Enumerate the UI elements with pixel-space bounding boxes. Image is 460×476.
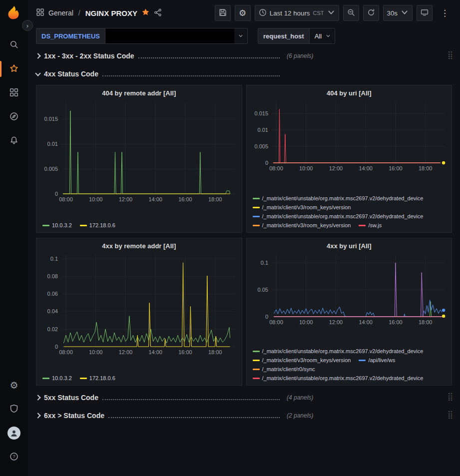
breadcrumb-folder[interactable]: General <box>48 9 73 17</box>
panel-legend: /_matrix/client/unstable/org.matrix.msc2… <box>249 193 450 230</box>
sidebar-item-server-admin[interactable] <box>0 397 28 421</box>
legend-item[interactable]: /sw.js <box>359 221 382 230</box>
sidebar-item-configuration[interactable]: ⚙ <box>0 373 28 397</box>
apps-grid-icon[interactable] <box>36 8 44 18</box>
legend-item[interactable]: 172.18.0.6 <box>80 374 115 383</box>
save-dashboard-button[interactable] <box>215 5 231 21</box>
refresh-interval-dropdown[interactable]: 30s <box>383 5 413 21</box>
svg-text:0.04: 0.04 <box>47 308 58 314</box>
sidebar-item-alerting[interactable] <box>0 129 28 153</box>
legend-label: /sw.js <box>368 221 382 230</box>
legend-item[interactable]: /_matrix/client/unstable/org.matrix.msc2… <box>253 374 424 383</box>
legend-item[interactable]: /_matrix/client/unstable/org.matrix.msc2… <box>253 194 424 203</box>
panel-title[interactable]: 404 by remote addr [All] <box>38 86 240 98</box>
chevron-right-icon <box>35 395 40 400</box>
dashboard-title[interactable]: NGINX PROXY <box>85 9 137 17</box>
compass-icon <box>9 112 18 122</box>
svg-text:12:00: 12:00 <box>329 165 343 171</box>
sidebar-item-search[interactable] <box>0 33 28 57</box>
sidebar-item-explore[interactable] <box>0 105 28 129</box>
star-icon <box>9 64 18 74</box>
panel-4xx-by-uri: 4xx by uri [All] 08:0010:0012:0014:0016:… <box>246 238 453 386</box>
row-drag-handle[interactable]: ⣿ <box>448 410 452 419</box>
datasource-variable-select[interactable] <box>105 28 248 44</box>
svg-text:12:00: 12:00 <box>119 196 133 202</box>
svg-text:18:00: 18:00 <box>208 196 222 202</box>
svg-text:16:00: 16:00 <box>178 196 192 202</box>
panel-title[interactable]: 4xx by remote addr [All] <box>38 239 240 251</box>
svg-text:0.005: 0.005 <box>44 166 58 172</box>
panel-4xx-by-remote-addr: 4xx by remote addr [All] 08:0010:0012:00… <box>36 238 242 386</box>
refresh-button[interactable] <box>363 5 379 21</box>
svg-text:08:00: 08:00 <box>269 165 283 171</box>
help-icon: ? <box>9 452 18 463</box>
request-host-variable-value: All <box>315 32 322 40</box>
legend-item[interactable]: 10.0.3.2 <box>42 221 72 230</box>
sidebar-item-help[interactable]: ? <box>0 445 28 469</box>
legend-item[interactable]: /_matrix/client/v3/room_keys/version <box>253 221 351 230</box>
refresh-interval-label: 30s <box>387 9 398 17</box>
legend-swatch-icon <box>253 369 260 370</box>
time-series-chart[interactable]: 08:0010:0012:0014:0016:0018:0000.050.1 <box>249 251 450 327</box>
row-panel-count: (2 panels) <box>287 412 313 419</box>
svg-text:0.1: 0.1 <box>50 256 58 262</box>
panel-title[interactable]: 404 by uri [All] <box>249 86 450 98</box>
legend-label: /api/live/ws <box>368 356 395 365</box>
legend-swatch-icon <box>253 351 260 352</box>
chevron-down-icon <box>35 70 40 76</box>
sidebar-item-dashboards[interactable] <box>0 81 28 105</box>
zoom-out-icon <box>347 8 355 18</box>
sidebar-item-starred[interactable] <box>0 57 28 81</box>
bell-icon <box>9 136 18 146</box>
legend-item[interactable]: 10.0.3.2 <box>42 374 72 383</box>
left-sidebar: › ⚙ <box>0 0 28 476</box>
dashboard-settings-button[interactable]: ⚙ <box>235 5 251 21</box>
legend-item[interactable]: /_matrix/client/v3/room_keys/version <box>253 203 351 212</box>
legend-item[interactable]: /_matrix/client/v3/room_keys/version <box>253 356 351 365</box>
legend-label: /_matrix/client/v3/room_keys/version <box>262 221 351 230</box>
save-icon <box>219 8 227 18</box>
tv-mode-button[interactable] <box>417 5 433 21</box>
legend-item[interactable]: /_matrix/client/r0/sync <box>253 365 315 374</box>
row-panel-count: (6 panels) <box>287 52 313 59</box>
legend-swatch-icon <box>253 207 260 208</box>
row-header-4xx[interactable]: 4xx Status Code <box>36 67 452 81</box>
svg-text:0.06: 0.06 <box>47 291 58 297</box>
request-host-variable-select[interactable]: All <box>309 28 335 44</box>
sidebar-expand-button[interactable]: › <box>22 20 33 31</box>
request-host-variable-label: request_host <box>258 28 309 44</box>
legend-item[interactable]: /_matrix/client/unstable/org.matrix.msc2… <box>253 347 424 356</box>
row-header-1xx-3xx-2xx[interactable]: 1xx - 3xx - 2xx Status Code (6 panels) ⣿ <box>36 49 452 63</box>
sidebar-item-profile[interactable] <box>0 421 28 445</box>
row-drag-handle[interactable]: ⣿ <box>448 50 452 59</box>
chevron-right-icon <box>35 413 40 418</box>
panel-404-by-remote-addr: 404 by remote addr [All] 08:0010:0012:00… <box>36 85 242 233</box>
shield-icon <box>9 404 18 415</box>
time-series-chart[interactable]: 08:0010:0012:0014:0016:0018:0000.0050.01… <box>249 98 450 173</box>
svg-text:0: 0 <box>55 344 58 350</box>
panel-legend: /_matrix/client/unstable/org.matrix.msc2… <box>249 346 450 383</box>
row-header-5xx[interactable]: 5xx Status Code (4 panels) ⣿ <box>36 391 452 405</box>
legend-label: 10.0.3.2 <box>52 221 72 230</box>
favorite-star-icon[interactable] <box>141 8 150 18</box>
legend-label: 172.18.0.6 <box>89 374 115 383</box>
legend-label: /_matrix/client/unstable/org.matrix.msc2… <box>262 374 424 383</box>
time-series-chart[interactable]: 08:0010:0012:0014:0016:0018:0000.0050.01… <box>38 98 240 204</box>
legend-item[interactable]: /_matrix/client/unstable/org.matrix.msc2… <box>253 212 424 221</box>
time-range-picker[interactable]: Last 12 hours CST <box>255 5 339 21</box>
grafana-logo-icon[interactable] <box>6 5 21 20</box>
row-header-6xx[interactable]: 6xx > Status Code (2 panels) ⣿ <box>36 409 452 423</box>
datasource-variable-label[interactable]: DS_PROMETHEUS <box>36 28 105 44</box>
kebab-menu-button[interactable]: ⋮ <box>437 5 453 21</box>
share-icon[interactable] <box>154 8 162 18</box>
row-drag-handle[interactable]: ⣿ <box>448 392 452 401</box>
row-title: 6xx > Status Code <box>44 412 104 420</box>
zoom-out-button[interactable] <box>343 5 359 21</box>
legend-label: /_matrix/client/unstable/org.matrix.msc2… <box>262 194 424 203</box>
legend-item[interactable]: /api/live/ws <box>359 356 395 365</box>
legend-item[interactable]: 172.18.0.6 <box>80 221 115 230</box>
kebab-icon: ⋮ <box>441 9 449 17</box>
panel-title[interactable]: 4xx by uri [All] <box>249 239 450 251</box>
time-series-chart[interactable]: 08:0010:0012:0014:0016:0018:0000.020.040… <box>38 251 240 357</box>
variable-datasource: DS_PROMETHEUS <box>36 28 248 44</box>
